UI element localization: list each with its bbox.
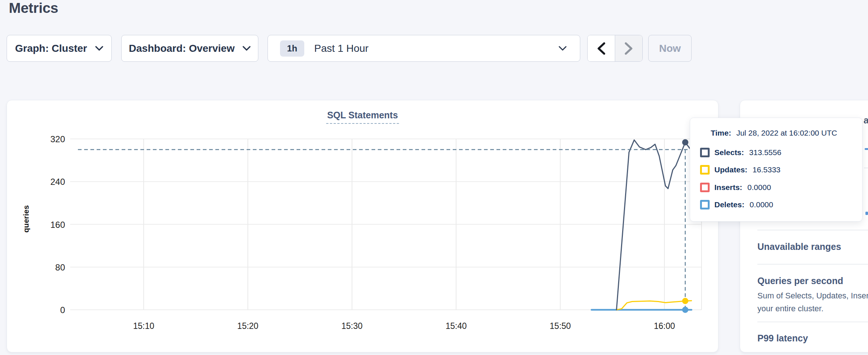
chevron-right-icon <box>624 42 633 55</box>
divider <box>864 168 868 168</box>
tooltip-series-value: 0.0000 <box>747 183 771 192</box>
svg-text:15:40: 15:40 <box>445 321 467 331</box>
svg-text:15:50: 15:50 <box>550 321 571 331</box>
time-nav-arrows <box>587 35 643 62</box>
tooltip-row: Selects:313.5556 <box>700 144 862 161</box>
sql-statements-chart[interactable]: 32024016080015:1015:2015:3015:4015:5016:… <box>7 100 718 352</box>
tooltip-series-label: Deletes: <box>714 200 745 209</box>
now-button-disabled[interactable]: Now <box>648 35 692 62</box>
series-color-swatch-icon <box>700 183 710 192</box>
tooltip-series-label: Updates: <box>714 165 747 174</box>
divider <box>757 264 868 265</box>
tooltip-series-value: 0.0000 <box>750 200 773 209</box>
svg-text:240: 240 <box>50 177 65 187</box>
tooltip-series-value: 16.5333 <box>753 165 781 174</box>
graph-dropdown-label: Graph: Cluster <box>15 43 87 54</box>
svg-text:0: 0 <box>60 305 65 315</box>
divider <box>757 322 868 322</box>
time-range-label: Past 1 Hour <box>314 43 369 54</box>
dashboard-dropdown-label: Dashboard: Overview <box>129 43 235 54</box>
tooltip-series-rows: Selects:313.5556Updates:16.5333Inserts:0… <box>700 144 862 214</box>
sidebar-description: Sum of Selects, Updates, Inserts and Del… <box>757 289 868 315</box>
divider <box>757 230 868 230</box>
tooltip-time-value: Jul 28, 2022 at 16:02:00 UTC <box>736 129 837 137</box>
series-color-swatch-icon <box>700 165 710 175</box>
graph-dropdown[interactable]: Graph: Cluster <box>7 35 112 62</box>
tooltip-row: Deletes:0.0000 <box>700 196 862 214</box>
clipped-link-fragment <box>865 148 868 150</box>
page-title: Metrics <box>9 0 58 16</box>
tooltip-series-value: 313.5556 <box>749 148 782 157</box>
time-range-selector[interactable]: 1h Past 1 Hour <box>268 35 580 62</box>
svg-text:80: 80 <box>55 262 65 272</box>
dashboard-dropdown[interactable]: Dashboard: Overview <box>121 35 258 62</box>
svg-text:15:20: 15:20 <box>237 321 259 331</box>
tooltip-time-label: Time: <box>711 129 731 137</box>
sidebar-heading-p99-latency: P99 latency <box>757 333 808 344</box>
sidebar-heading-queries-per-second: Queries per second <box>757 276 843 286</box>
svg-text:320: 320 <box>50 134 65 144</box>
metrics-page: Metrics Graph: Cluster Dashboard: Overvi… <box>0 0 868 355</box>
tooltip-series-label: Selects: <box>714 148 744 157</box>
chevron-down-icon <box>243 46 251 51</box>
clipped-link-fragment <box>865 212 868 215</box>
svg-text:160: 160 <box>50 220 65 230</box>
sql-statements-chart-card: SQL Statements queries 32024016080015:10… <box>7 100 718 352</box>
svg-text:15:10: 15:10 <box>133 321 154 331</box>
svg-text:15:30: 15:30 <box>341 321 363 331</box>
svg-text:16:00: 16:00 <box>654 321 675 331</box>
tooltip-row: Updates:16.5333 <box>700 161 862 179</box>
chevron-left-icon <box>597 42 606 55</box>
series-color-swatch-icon <box>700 200 710 209</box>
now-button-label: Now <box>659 43 681 54</box>
clipped-text-fragment: a <box>864 115 868 126</box>
chevron-down-icon <box>559 46 567 51</box>
series-color-swatch-icon <box>700 148 710 157</box>
time-range-badge: 1h <box>280 40 304 57</box>
chevron-down-icon <box>95 46 103 51</box>
tooltip-series-label: Inserts: <box>714 183 742 192</box>
tooltip-time-row: Time:Jul 28, 2022 at 16:02:00 UTC <box>711 129 862 137</box>
sidebar-heading-unavailable-ranges: Unavailable ranges <box>757 241 841 252</box>
tooltip-row: Inserts:0.0000 <box>700 179 862 196</box>
chart-hover-tooltip: Time:Jul 28, 2022 at 16:02:00 UTC Select… <box>690 118 862 222</box>
previous-time-button[interactable] <box>588 35 615 61</box>
next-time-button-disabled[interactable] <box>615 35 642 61</box>
